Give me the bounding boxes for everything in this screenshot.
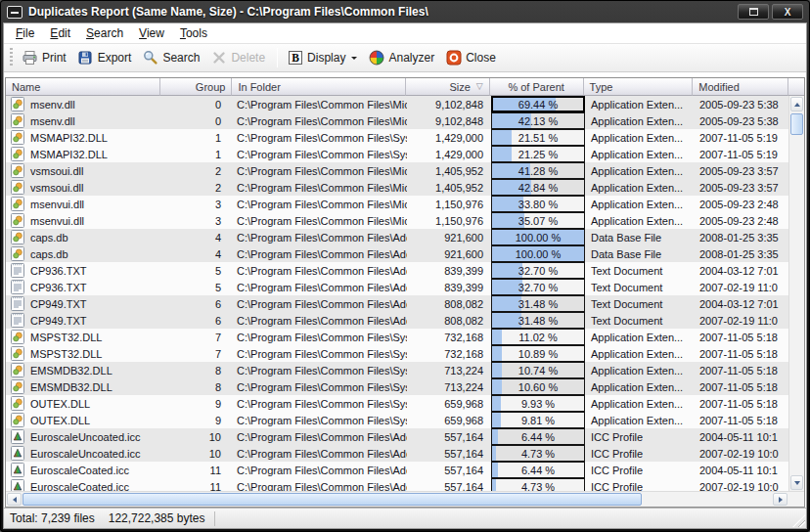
pct-of-parent-cell: 10.89 %	[491, 345, 585, 362]
menu-view[interactable]: View	[131, 24, 172, 42]
file-name-label: CP949.TXT	[30, 315, 86, 327]
in-folder-cell: C:\Program Files\Common Files\Ado...	[233, 262, 407, 279]
pct-gauge-label: 31.48 %	[492, 313, 584, 328]
menu-edit[interactable]: Edit	[42, 24, 78, 42]
pct-gauge: 9.93 %	[491, 395, 585, 412]
menu-search[interactable]: Search	[78, 24, 131, 42]
table-row[interactable]: EuroscaleCoated.icc11C:\Program Files\Co…	[6, 462, 790, 478]
scroll-right-button[interactable]	[773, 493, 788, 506]
modified-cell: 2005-09-23 5:38	[695, 96, 790, 112]
pct-gauge: 32.70 %	[491, 262, 585, 279]
column-header-type[interactable]: Type	[584, 78, 694, 96]
pct-of-parent-cell: 10.60 %	[491, 378, 585, 395]
table-row[interactable]: vsmsoui.dll2C:\Program Files\Common File…	[6, 179, 790, 196]
pct-gauge: 42.13 %	[491, 112, 585, 129]
horizontal-scrollbar[interactable]	[6, 491, 804, 507]
print-button[interactable]: Print	[18, 48, 73, 67]
in-folder-cell: C:\Program Files\Common Files\Ado...	[233, 279, 407, 295]
icc-file-icon	[11, 479, 24, 491]
file-name-cell: caps.db	[6, 245, 160, 262]
vertical-scrollbar[interactable]	[788, 96, 804, 491]
table-row[interactable]: CP949.TXT6C:\Program Files\Common Files\…	[6, 295, 790, 312]
file-name-label: EMSMDB32.DLL	[30, 365, 112, 377]
table-row[interactable]: msenvui.dll3C:\Program Files\Common File…	[6, 212, 790, 229]
table-row[interactable]: CP936.TXT5C:\Program Files\Common Files\…	[6, 279, 790, 295]
type-cell: Application Exten...	[585, 162, 695, 179]
modified-cell: 2007-02-19 11:0	[695, 279, 790, 295]
file-name-label: CP949.TXT	[30, 298, 86, 310]
table-row[interactable]: OUTEX.DLL9C:\Program Files\Common Files\…	[6, 412, 790, 428]
horizontal-scroll-track[interactable]	[642, 492, 772, 507]
table-row[interactable]: caps.db4C:\Program Files\Common Files\Ad…	[6, 245, 790, 262]
table-row[interactable]: CP936.TXT5C:\Program Files\Common Files\…	[6, 262, 790, 279]
restore-button[interactable]	[738, 4, 769, 20]
table-row[interactable]: msenv.dll0C:\Program Files\Common Files\…	[6, 112, 790, 129]
system-menu-dash	[11, 12, 19, 14]
pct-gauge: 100.00 %	[491, 245, 585, 262]
table-row[interactable]: OUTEX.DLL9C:\Program Files\Common Files\…	[6, 395, 790, 412]
pie-chart-icon	[368, 50, 384, 66]
file-name-label: MSPST32.DLL	[30, 348, 102, 360]
scroll-left-button[interactable]	[7, 493, 22, 506]
table-row[interactable]: MSMAPI32.DLL1C:\Program Files\Common Fil…	[6, 129, 790, 146]
export-button[interactable]: Export	[73, 48, 139, 67]
table-row[interactable]: MSPST32.DLL7C:\Program Files\Common File…	[6, 345, 790, 362]
table-row[interactable]: msenv.dll0C:\Program Files\Common Files\…	[6, 96, 790, 112]
toolbar-separator	[277, 48, 278, 67]
size-cell: 1,429,000	[407, 146, 491, 162]
resize-grip[interactable]	[792, 514, 805, 527]
scroll-up-button[interactable]	[790, 97, 803, 111]
table-row[interactable]: CP949.TXT6C:\Program Files\Common Files\…	[6, 312, 790, 329]
menu-file[interactable]: File	[8, 24, 42, 42]
system-menu-icon[interactable]	[7, 6, 22, 19]
table-row[interactable]: caps.db4C:\Program Files\Common Files\Ad…	[6, 229, 790, 245]
size-cell: 839,399	[407, 279, 491, 295]
in-folder-cell: C:\Program Files\Common Files\Ado...	[233, 445, 407, 462]
table-row[interactable]: MSMAPI32.DLL1C:\Program Files\Common Fil…	[6, 146, 790, 162]
size-cell: 557,164	[407, 462, 491, 478]
menu-tools[interactable]: Tools	[172, 24, 215, 42]
in-folder-cell: C:\Program Files\Common Files\Syst...	[233, 412, 407, 428]
table-row[interactable]: EuroscaleCoated.icc11C:\Program Files\Co…	[6, 478, 790, 491]
analyzer-button[interactable]: Analyzer	[364, 48, 441, 67]
size-cell: 732,168	[407, 329, 491, 345]
bold-display-button[interactable]: BDisplay	[283, 48, 364, 67]
group-cell: 8	[160, 378, 233, 395]
column-header-group[interactable]: Group	[160, 78, 233, 96]
pct-gauge: 10.60 %	[491, 378, 585, 395]
vertical-scroll-track[interactable]	[789, 136, 804, 474]
pct-of-parent-cell: 32.70 %	[491, 279, 585, 295]
file-name-cell: EMSMDB32.DLL	[6, 378, 160, 395]
vertical-scroll-thumb[interactable]	[790, 113, 803, 135]
pct-gauge: 31.48 %	[491, 312, 585, 329]
column-header-size[interactable]: Size▽	[406, 78, 490, 96]
file-name-cell: caps.db	[6, 229, 160, 245]
pct-gauge-label: 4.73 %	[492, 479, 584, 491]
dll-file-icon	[11, 197, 24, 211]
close-button[interactable]: Close	[441, 48, 503, 67]
close-window-button[interactable]: X	[772, 4, 803, 20]
search-button[interactable]: Search	[138, 48, 206, 67]
status-bar: Total: 7,239 files 122,722,385 bytes	[4, 508, 806, 528]
status-total-bytes: 122,722,385 bytes	[109, 511, 205, 525]
pct-gauge-label: 6.44 %	[492, 429, 584, 444]
pct-of-parent-cell: 42.13 %	[491, 112, 585, 129]
column-header-pct-of-parent[interactable]: % of Parent	[490, 78, 584, 96]
column-header-in-folder[interactable]: In Folder	[232, 78, 406, 96]
table-row[interactable]: EMSMDB32.DLL8C:\Program Files\Common Fil…	[6, 378, 790, 395]
column-header-modified[interactable]: Modified	[693, 78, 788, 96]
table-row[interactable]: MSPST32.DLL7C:\Program Files\Common File…	[6, 329, 790, 345]
table-row[interactable]: msenvui.dll3C:\Program Files\Common File…	[6, 196, 790, 212]
scroll-down-button[interactable]	[790, 475, 803, 490]
delete-button: Delete	[206, 48, 272, 67]
pct-of-parent-cell: 69.44 %	[491, 96, 585, 112]
type-cell: Data Base File	[585, 229, 695, 245]
table-row[interactable]: EuroscaleUncoated.icc10C:\Program Files\…	[6, 445, 790, 462]
table-row[interactable]: EuroscaleUncoated.icc10C:\Program Files\…	[6, 428, 790, 445]
title-bar[interactable]: Duplicates Report (Same Name, Size) - C:…	[3, 1, 807, 22]
file-name-label: EuroscaleUncoated.icc	[30, 431, 141, 443]
table-row[interactable]: EMSMDB32.DLL8C:\Program Files\Common Fil…	[6, 362, 790, 378]
horizontal-scroll-thumb[interactable]	[22, 493, 642, 506]
column-header-name[interactable]: Name	[6, 78, 160, 96]
table-row[interactable]: vsmsoui.dll2C:\Program Files\Common File…	[6, 162, 790, 179]
